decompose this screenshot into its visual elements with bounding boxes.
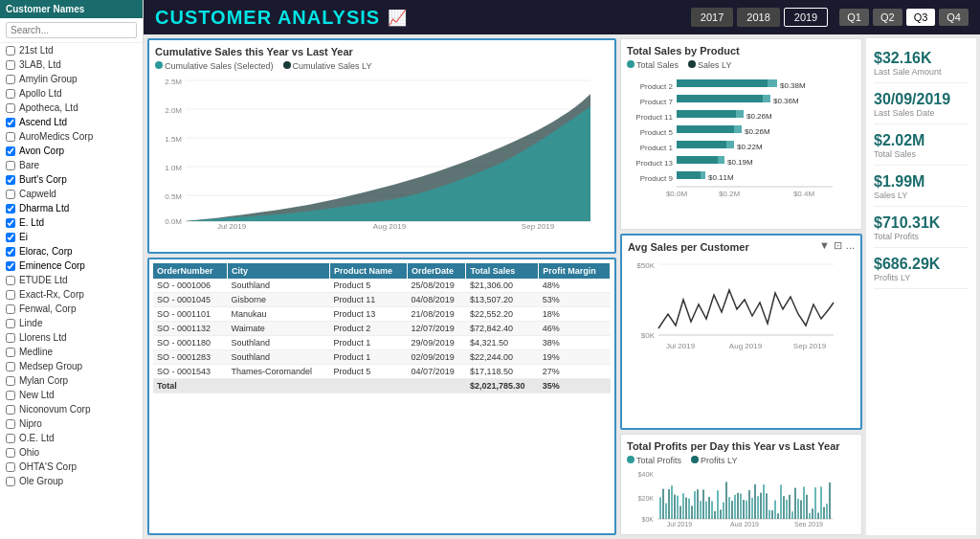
table-row[interactable]: SO - 0001132WaimateProduct 212/07/2019$7… xyxy=(153,322,611,336)
sidebar-item[interactable]: O.E. Ltd xyxy=(0,431,143,445)
sidebar-item[interactable]: AuroMedics Corp xyxy=(0,129,143,144)
sidebar-item[interactable]: Exact-Rx, Corp xyxy=(0,287,143,302)
more-icon[interactable]: ... xyxy=(846,239,855,252)
sidebar-checkbox[interactable] xyxy=(6,247,15,257)
sidebar-item[interactable]: Niconovum Corp xyxy=(0,402,143,416)
sidebar-item[interactable]: Ascend Ltd xyxy=(0,115,143,129)
sidebar-checkbox[interactable] xyxy=(6,290,15,300)
sidebar-item[interactable]: Avon Corp xyxy=(0,144,143,158)
sidebar-checkbox[interactable] xyxy=(6,362,15,371)
svg-rect-70 xyxy=(694,491,696,519)
svg-rect-78 xyxy=(717,490,719,519)
table-row[interactable]: SO - 0001045GisborneProduct 1104/08/2019… xyxy=(153,293,611,307)
sidebar-checkbox[interactable] xyxy=(6,60,15,70)
expand-icon[interactable]: ⊡ xyxy=(834,239,842,252)
sidebar-item[interactable]: Nipro xyxy=(0,416,143,431)
sidebar-checkbox[interactable] xyxy=(6,477,15,486)
svg-rect-96 xyxy=(768,510,770,519)
sidebar-item[interactable]: E. Ltd xyxy=(0,215,143,230)
sidebar-item[interactable]: 3LAB, Ltd xyxy=(0,57,143,72)
sidebar-checkbox[interactable] xyxy=(6,462,15,472)
sidebar-checkbox[interactable] xyxy=(6,391,15,400)
sidebar: Customer Names 21st Ltd3LAB, LtdAmylin G… xyxy=(0,0,144,539)
table-header: OrderNumber xyxy=(153,263,228,279)
sidebar-checkbox[interactable] xyxy=(6,319,15,328)
quarter-button-Q1[interactable]: Q1 xyxy=(839,9,869,26)
sidebar-item-label: Bare xyxy=(19,160,39,170)
year-button-2019[interactable]: 2019 xyxy=(784,8,828,27)
quarter-button-Q2[interactable]: Q2 xyxy=(873,9,902,26)
sidebar-checkbox[interactable] xyxy=(6,261,15,271)
sidebar-checkbox[interactable] xyxy=(6,276,15,285)
sidebar-item[interactable]: Linde xyxy=(0,316,143,330)
table-cell: Product 1 xyxy=(330,350,408,365)
sidebar-item[interactable]: ETUDE Ltd xyxy=(0,273,143,287)
sidebar-item[interactable]: Fenwal, Corp xyxy=(0,302,143,316)
sidebar-checkbox[interactable] xyxy=(6,161,15,170)
sidebar-checkbox[interactable] xyxy=(6,118,15,127)
sidebar-item[interactable]: Amylin Group xyxy=(0,72,143,86)
sidebar-item[interactable]: Apotheca, Ltd xyxy=(0,101,143,115)
search-input[interactable] xyxy=(6,22,137,38)
table-row[interactable]: SO - 0001283SouthlandProduct 102/09/2019… xyxy=(153,350,611,365)
sidebar-checkbox[interactable] xyxy=(6,333,15,343)
sidebar-item[interactable]: Bare xyxy=(0,158,143,172)
sidebar-item[interactable]: Mylan Corp xyxy=(0,373,143,388)
sidebar-checkbox[interactable] xyxy=(6,233,15,242)
sidebar-item[interactable]: Ole Group xyxy=(0,474,143,488)
kpi-value: $1.99M xyxy=(874,173,969,191)
sidebar-item[interactable]: 21st Ltd xyxy=(0,43,143,57)
svg-text:Jul 2019: Jul 2019 xyxy=(217,222,247,231)
svg-text:$0.26M: $0.26M xyxy=(745,127,770,136)
svg-rect-86 xyxy=(740,494,742,519)
sidebar-checkbox[interactable] xyxy=(6,348,15,357)
kpi-column: $32.16KLast Sale Amount30/09/2019Last Sa… xyxy=(866,38,976,535)
sidebar-checkbox[interactable] xyxy=(6,376,15,386)
cum-sales-chart: 2.5M 2.0M 1.5M 1.0M 0.5M 0.0M xyxy=(155,73,595,231)
sidebar-item[interactable]: Llorens Ltd xyxy=(0,330,143,345)
sidebar-item[interactable]: Apollo Ltd xyxy=(0,86,143,101)
sidebar-item[interactable]: Medsep Group xyxy=(0,359,143,373)
sidebar-item[interactable]: New Ltd xyxy=(0,388,143,402)
table-row[interactable]: SO - 0001006SouthlandProduct 525/08/2019… xyxy=(153,279,611,293)
sidebar-checkbox[interactable] xyxy=(6,304,15,314)
sidebar-item[interactable]: Medline xyxy=(0,345,143,359)
sidebar-item[interactable]: OHTA'S Corp xyxy=(0,460,143,474)
sidebar-checkbox[interactable] xyxy=(6,190,15,199)
table-row[interactable]: SO - 0001543Thames-CoromandelProduct 504… xyxy=(153,365,611,379)
sidebar-checkbox[interactable] xyxy=(6,448,15,458)
sidebar-checkbox[interactable] xyxy=(6,218,15,228)
sidebar-checkbox[interactable] xyxy=(6,146,15,156)
sidebar-item[interactable]: Ohio xyxy=(0,445,143,460)
table-cell: SO - 0001006 xyxy=(153,279,228,293)
table-row[interactable]: SO - 0001180SouthlandProduct 129/09/2019… xyxy=(153,336,611,350)
sidebar-item[interactable]: Capweld xyxy=(0,187,143,201)
sidebar-checkbox[interactable] xyxy=(6,204,15,213)
sidebar-item[interactable]: Burt's Corp xyxy=(0,172,143,187)
table-cell: $13,507.20 xyxy=(466,293,539,307)
sidebar-checkbox[interactable] xyxy=(6,434,15,443)
sidebar-checkbox[interactable] xyxy=(6,175,15,185)
sidebar-checkbox[interactable] xyxy=(6,103,15,113)
year-button-2018[interactable]: 2018 xyxy=(737,8,779,27)
year-button-2017[interactable]: 2017 xyxy=(691,8,733,27)
sidebar-checkbox[interactable] xyxy=(6,89,15,99)
svg-text:Sep 2019: Sep 2019 xyxy=(794,521,823,527)
sidebar-item[interactable]: Ei xyxy=(0,230,143,244)
sidebar-checkbox[interactable] xyxy=(6,132,15,142)
orders-table: OrderNumberCityProduct NameOrderDateTota… xyxy=(153,263,611,393)
sidebar-checkbox[interactable] xyxy=(6,405,15,415)
filter-icon[interactable]: ▼ xyxy=(819,239,830,252)
svg-rect-99 xyxy=(777,513,779,519)
table-row[interactable]: SO - 0001101ManukauProduct 1321/08/2019$… xyxy=(153,307,611,322)
svg-rect-71 xyxy=(697,489,699,519)
sidebar-checkbox[interactable] xyxy=(6,419,15,429)
quarter-button-Q3[interactable]: Q3 xyxy=(906,9,936,26)
sidebar-item[interactable]: Eminence Corp xyxy=(0,258,143,273)
table-header: Total Sales xyxy=(466,263,539,279)
sidebar-checkbox[interactable] xyxy=(6,75,15,84)
sidebar-checkbox[interactable] xyxy=(6,46,15,56)
sidebar-item[interactable]: Elorac, Corp xyxy=(0,244,143,258)
sidebar-item[interactable]: Dharma Ltd xyxy=(0,201,143,215)
quarter-button-Q4[interactable]: Q4 xyxy=(939,9,969,26)
